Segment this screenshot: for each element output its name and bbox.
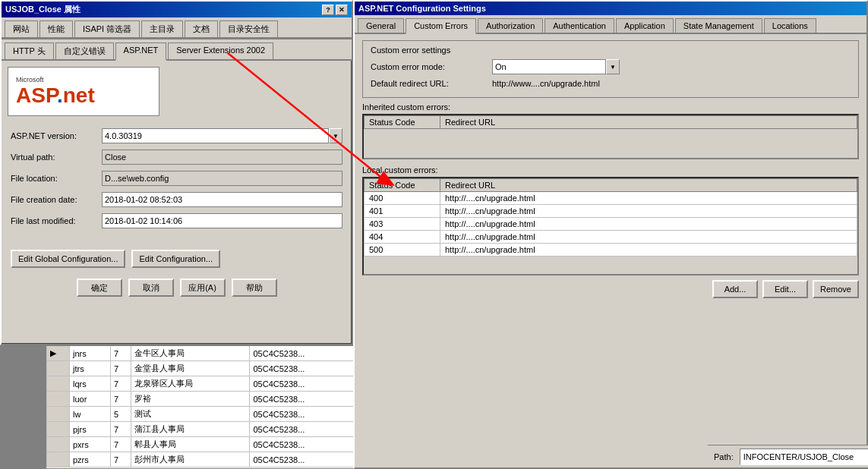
redirect-label: Default redirect URL: xyxy=(371,79,492,88)
version-value[interactable]: 4.0.30319 xyxy=(102,128,329,143)
mode-label: Custom error mode: xyxy=(371,62,492,71)
inherited-col-code: Status Code xyxy=(365,116,440,129)
row-col1: jnrs xyxy=(70,346,111,361)
row-col1: lqrs xyxy=(70,376,111,392)
tab-docs[interactable]: 文档 xyxy=(185,20,218,37)
row-col3: 金牛区人事局 xyxy=(131,346,250,361)
dot-text: . xyxy=(57,83,63,107)
tab-aspnet[interactable]: ASP.NET xyxy=(115,42,167,61)
local-error-row: 500 http://....cn/upgrade.html xyxy=(365,244,857,257)
tab-isapi[interactable]: ISAPI 筛选器 xyxy=(74,20,140,37)
local-error-row: 404 http://....cn/upgrade.html xyxy=(365,231,857,244)
left-title: USJOB_Close 属性 xyxy=(5,4,80,15)
table-row: pjrs 7 蒲江县人事局 05C4C5238... xyxy=(47,422,356,437)
row-col2: 7 xyxy=(111,392,131,407)
error-url: http://....cn/upgrade.html xyxy=(440,205,857,218)
row-col1: lw xyxy=(70,407,111,422)
local-error-row: 400 http://....cn/upgrade.html xyxy=(365,192,857,205)
ok-btn[interactable]: 确定 xyxy=(77,279,122,297)
mode-dropdown: ▼ xyxy=(492,59,620,74)
custom-error-group-title: Custom error settings xyxy=(371,46,851,55)
help-button[interactable]: 帮助 xyxy=(232,279,277,297)
help-btn[interactable]: ? xyxy=(322,5,334,15)
mode-row: Custom error mode: ▼ xyxy=(371,59,851,74)
row-col2: 7 xyxy=(111,376,131,392)
row-arrow xyxy=(47,422,70,437)
aspnet-logo: Microsoft ASP.net xyxy=(8,67,159,116)
row-col3: 测试 xyxy=(131,407,250,422)
tab-custom-errors[interactable]: Custom Errors xyxy=(406,18,476,34)
local-col-code: Status Code xyxy=(365,179,440,192)
error-url: http://....cn/upgrade.html xyxy=(440,244,857,257)
row-arrow xyxy=(47,407,70,422)
tab-authentication[interactable]: Authentication xyxy=(544,18,614,33)
table-row: lw 5 测试 05C4C5238... xyxy=(47,407,356,422)
row-col1: jtrs xyxy=(70,361,111,376)
version-row: ASP.NET version: 4.0.30319 ▼ xyxy=(11,128,342,143)
row-arrow xyxy=(47,452,70,467)
apply-btn[interactable]: 应用(A) xyxy=(180,279,226,297)
row-col4: 05C4C5238... xyxy=(250,422,356,437)
tab-server-ext[interactable]: Server Extensions 2002 xyxy=(168,42,273,59)
table-row: pzrs 7 彭州市人事局 05C4C5238... xyxy=(47,452,356,467)
tab-authorization[interactable]: Authorization xyxy=(478,18,543,33)
row-col2: 7 xyxy=(111,346,131,361)
row-arrow xyxy=(47,376,70,392)
version-field: 4.0.30319 ▼ xyxy=(102,128,342,143)
error-code: 500 xyxy=(365,244,440,257)
local-error-row: 401 http://....cn/upgrade.html xyxy=(365,205,857,218)
row-arrow: ▶ xyxy=(47,346,70,361)
tab-dir-security[interactable]: 目录安全性 xyxy=(219,20,278,37)
version-dropdown-arrow[interactable]: ▼ xyxy=(329,128,342,143)
row-arrow xyxy=(47,361,70,376)
close-btn[interactable]: ✕ xyxy=(336,5,348,15)
tab-website[interactable]: 网站 xyxy=(5,20,38,37)
edit-config-btn[interactable]: Edit Configuration... xyxy=(131,250,220,268)
table-row: luor 7 罗裕 05C4C5238... xyxy=(47,392,356,407)
tab-home-dir[interactable]: 主目录 xyxy=(141,20,183,37)
path-label: Path: xyxy=(714,452,734,461)
row-col3: 罗裕 xyxy=(131,392,250,407)
tab-http[interactable]: HTTP 头 xyxy=(5,42,54,59)
tab-custom-error[interactable]: 自定义错误 xyxy=(55,42,114,59)
row-col1: luor xyxy=(70,392,111,407)
right-titlebar: ASP.NET Configuration Settings xyxy=(355,2,866,15)
tab-general[interactable]: General xyxy=(358,18,404,33)
vpath-value: Close xyxy=(102,150,342,165)
error-code: 400 xyxy=(365,192,440,205)
table-row: ▶ jnrs 7 金牛区人事局 05C4C5238... xyxy=(47,346,356,361)
redirect-value: http://www....cn/upgrade.html xyxy=(492,79,600,88)
tab-performance[interactable]: 性能 xyxy=(39,20,73,37)
filemod-label: File last modified: xyxy=(11,216,102,225)
net-text: net xyxy=(63,83,95,107)
row-col2: 7 xyxy=(111,452,131,467)
row-col4: 05C4C5238... xyxy=(250,392,356,407)
inherited-col-url: Redirect URL xyxy=(440,116,857,129)
local-error-row: 403 http://....cn/upgrade.html xyxy=(365,218,857,231)
tab-locations[interactable]: Locations xyxy=(764,18,816,33)
redirect-row: Default redirect URL: http://www....cn/u… xyxy=(371,79,851,88)
row-col3: 郫县人事局 xyxy=(131,437,250,452)
row-col4: 05C4C5238... xyxy=(250,376,356,392)
fileloc-value: D...se\web.config xyxy=(102,171,342,186)
data-table: ▶ jnrs 7 金牛区人事局 05C4C5238... jtrs 7 金堂县人… xyxy=(46,346,356,467)
add-btn[interactable]: Add... xyxy=(712,280,758,298)
remove-btn[interactable]: Remove xyxy=(813,280,859,298)
edit-btn[interactable]: Edit... xyxy=(762,280,808,298)
row-col4: 05C4C5238... xyxy=(250,361,356,376)
row-col4: 05C4C5238... xyxy=(250,346,356,361)
table-row: jtrs 7 金堂县人事局 05C4C5238... xyxy=(47,361,356,376)
tab-application[interactable]: Application xyxy=(616,18,674,33)
tab-state-mgmt[interactable]: State Management xyxy=(675,18,762,33)
cancel-btn[interactable]: 取消 xyxy=(128,279,174,297)
row-col3: 彭州市人事局 xyxy=(131,452,250,467)
filemod-value: 2018-01-02 10:14:06 xyxy=(102,213,342,228)
bottom-table: ▶ jnrs 7 金牛区人事局 05C4C5238... jtrs 7 金堂县人… xyxy=(46,345,357,469)
action-buttons: Add... Edit... Remove xyxy=(362,280,859,298)
mode-dropdown-arrow[interactable]: ▼ xyxy=(606,59,620,74)
mode-input[interactable] xyxy=(492,59,606,74)
row-col2: 7 xyxy=(111,422,131,437)
row-arrow xyxy=(47,392,70,407)
error-url: http://....cn/upgrade.html xyxy=(440,218,857,231)
edit-global-btn[interactable]: Edit Global Configuration... xyxy=(11,250,125,268)
